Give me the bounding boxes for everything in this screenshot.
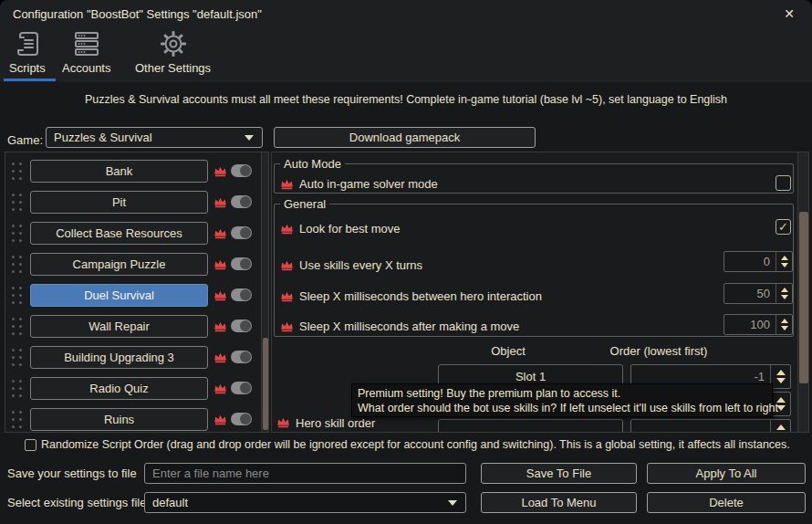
toggle-knob xyxy=(240,383,251,393)
active-tab-indicator xyxy=(4,79,56,81)
spin-up-icon[interactable] xyxy=(781,288,788,292)
general-group: General Look for best move ✓ Use skills … xyxy=(274,197,794,337)
scrollbar-thumb[interactable] xyxy=(799,212,808,383)
randomize-order-checkbox[interactable] xyxy=(25,439,36,451)
apply-to-all-button[interactable]: Apply To All xyxy=(647,463,806,484)
settings-file-value: default xyxy=(152,493,188,512)
server-stack-icon xyxy=(71,29,102,58)
drag-handle-icon[interactable] xyxy=(11,410,24,430)
select-settings-label: Select existing settings file xyxy=(7,496,146,509)
drag-handle-icon[interactable] xyxy=(11,255,24,275)
slot-cell[interactable] xyxy=(438,419,623,433)
spin-up-icon[interactable] xyxy=(781,319,788,323)
drag-handle-icon[interactable] xyxy=(11,348,24,368)
requirements-banner: Puzzles & Survival accounts must all mee… xyxy=(0,93,812,106)
use-skills-label: Use skills every X turns xyxy=(299,258,422,272)
auto-solver-checkbox[interactable] xyxy=(776,175,791,191)
tabbar: Scripts Accounts xyxy=(0,27,812,82)
spin-up-icon[interactable] xyxy=(776,424,786,430)
script-toggle[interactable] xyxy=(231,288,252,301)
titlebar: Configuration "BoostBot" Settings "defau… xyxy=(0,0,812,27)
script-toggle[interactable] xyxy=(231,226,252,239)
column-header-object: Object xyxy=(491,344,526,358)
scroll-icon xyxy=(13,29,42,58)
drag-handle-icon[interactable] xyxy=(11,224,24,244)
toggle-knob xyxy=(240,258,251,269)
spin-down-icon[interactable] xyxy=(781,326,788,330)
toggle-knob xyxy=(240,196,251,207)
use-skills-spinbox[interactable]: 0 xyxy=(724,251,793,272)
sleep-move-value: 100 xyxy=(724,315,776,334)
premium-crown-icon xyxy=(280,178,294,190)
premium-crown-icon xyxy=(213,320,227,332)
premium-crown-icon xyxy=(280,223,294,235)
drag-handle-icon[interactable] xyxy=(11,162,24,182)
script-row: Building Upgrading 3 xyxy=(5,346,268,371)
script-row: Duel Survival xyxy=(5,284,268,309)
script-toggle[interactable] xyxy=(231,413,252,425)
save-to-file-button[interactable]: Save To File xyxy=(481,463,637,484)
sleep-move-spinbox[interactable]: 100 xyxy=(724,314,793,335)
game-label: Game: xyxy=(7,133,43,147)
download-gamepack-button[interactable]: Download gamepack xyxy=(274,127,536,148)
sleep-hero-label: Sleep X milliseconds between hero intera… xyxy=(299,289,542,303)
game-select[interactable]: Puzzles & Survival xyxy=(46,127,263,148)
script-button-selected[interactable]: Duel Survival xyxy=(30,284,208,307)
script-button[interactable]: Campaign Puzzle xyxy=(30,253,208,276)
sleep-hero-spinbox[interactable]: 50 xyxy=(724,283,793,304)
close-icon[interactable]: ✕ xyxy=(781,5,797,22)
script-toggle[interactable] xyxy=(231,164,252,177)
load-to-menu-button[interactable]: Load To Menu xyxy=(481,492,637,513)
script-toggle[interactable] xyxy=(231,257,252,270)
order-value xyxy=(631,420,770,433)
script-row: Radio Quiz xyxy=(5,377,268,402)
sleep-hero-value: 50 xyxy=(724,284,776,303)
script-button[interactable]: Wall Repair xyxy=(30,315,208,338)
spin-up-icon[interactable] xyxy=(776,370,786,375)
auto-mode-group: Auto Mode Auto in-game solver mode xyxy=(274,157,794,194)
settings-scrollbar[interactable] xyxy=(797,152,808,432)
drag-handle-icon[interactable] xyxy=(11,317,24,337)
script-toggle[interactable] xyxy=(231,382,252,394)
toggle-knob xyxy=(240,351,251,362)
drag-handle-icon[interactable] xyxy=(11,379,24,399)
check-icon: ✓ xyxy=(778,220,788,234)
chevron-down-icon xyxy=(448,500,457,506)
spin-up-icon[interactable] xyxy=(781,256,788,260)
tab-other-settings[interactable]: Other Settings xyxy=(135,29,211,75)
tooltip-line-2: What order should the bot use skills in?… xyxy=(358,401,772,415)
delete-button[interactable]: Delete xyxy=(647,492,806,513)
script-button[interactable]: Radio Quiz xyxy=(30,377,208,400)
script-button[interactable]: Building Upgrading 3 xyxy=(30,346,208,369)
script-button[interactable]: Collect Base Resources xyxy=(30,222,208,245)
toggle-knob xyxy=(240,414,251,424)
script-toggle[interactable] xyxy=(231,195,252,208)
tab-scripts[interactable]: Scripts xyxy=(9,29,46,75)
script-row: Campaign Puzzle xyxy=(5,253,268,278)
script-toggle[interactable] xyxy=(231,351,252,363)
spin-down-icon[interactable] xyxy=(776,378,786,383)
filename-input[interactable] xyxy=(144,463,466,484)
tab-scripts-label: Scripts xyxy=(9,61,46,75)
window-title: Configuration "BoostBot" Settings "defau… xyxy=(13,7,262,21)
use-skills-value: 0 xyxy=(724,252,776,271)
script-button[interactable]: Bank xyxy=(30,160,208,183)
script-button[interactable]: Pit xyxy=(30,191,208,214)
script-row: Pit xyxy=(5,191,268,215)
settings-file-select[interactable]: default xyxy=(144,492,466,513)
drag-handle-icon[interactable] xyxy=(11,286,24,306)
premium-crown-icon xyxy=(213,289,227,301)
script-button[interactable]: Ruins xyxy=(30,408,208,431)
tab-accounts[interactable]: Accounts xyxy=(62,29,110,75)
scrollbar-thumb[interactable] xyxy=(263,338,268,430)
script-settings-panel: Auto Mode Auto in-game solver mode Gener… xyxy=(271,152,809,433)
toggle-knob xyxy=(240,165,251,176)
script-toggle[interactable] xyxy=(231,320,252,332)
spin-down-icon[interactable] xyxy=(781,263,788,267)
order-spinbox[interactable] xyxy=(630,419,791,433)
script-row: Ruins xyxy=(5,408,268,433)
spin-down-icon[interactable] xyxy=(781,295,788,299)
script-list-scrollbar[interactable] xyxy=(261,152,268,432)
best-move-checkbox[interactable]: ✓ xyxy=(776,219,791,235)
drag-handle-icon[interactable] xyxy=(11,193,24,213)
